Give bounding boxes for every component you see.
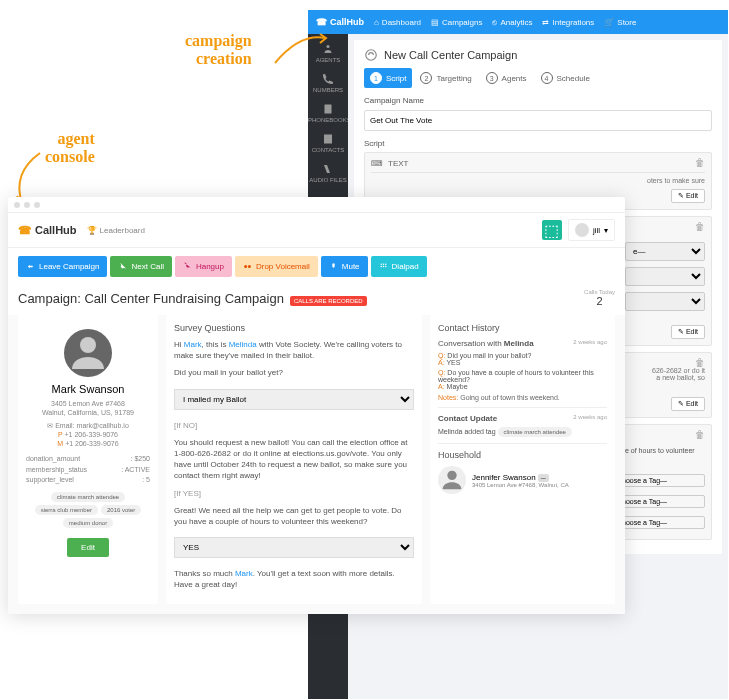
svg-point-11 (382, 266, 384, 268)
svg-point-7 (380, 264, 382, 266)
svg-point-8 (382, 264, 384, 266)
edit-button[interactable]: ✎ Edit (671, 189, 705, 203)
if-yes-text: Great! We need all the help we can get t… (174, 505, 414, 527)
tag-select[interactable] (625, 267, 705, 286)
history-title: Contact History (438, 323, 607, 333)
window-titlebar (8, 197, 625, 213)
edit-button[interactable]: ✎ Edit (671, 325, 705, 339)
conversation-header: Conversation with Melinda2 weeks ago (438, 339, 607, 348)
household-address: 3405 Lemon Ave #7468, Walnut, CA (472, 482, 569, 488)
sidebar-contacts[interactable]: CONTACTS (308, 128, 348, 158)
step-script[interactable]: 1Script (364, 68, 412, 88)
tag: 2016 voter (101, 505, 141, 515)
annotation-campaign: campaign creation (185, 32, 252, 67)
survey-title: Survey Questions (174, 323, 414, 333)
step-agents[interactable]: 3Agents (480, 68, 533, 88)
svg-point-3 (366, 50, 377, 61)
sidebar-numbers[interactable]: NUMBERS (308, 68, 348, 98)
svg-point-5 (248, 265, 251, 268)
script-label: Script (364, 139, 712, 148)
leaderboard-link[interactable]: 🏆 Leaderboard (87, 226, 145, 235)
arrow-icon (270, 28, 330, 68)
if-yes-label: [If YES] (174, 488, 414, 499)
contact-update-header: Contact Update2 weeks ago (438, 414, 607, 423)
text-icon: ⌨ (371, 159, 383, 168)
sidebar-phonebooks[interactable]: PHONEBOOKS (308, 98, 348, 128)
contact-phone-p: P +1 206-339-9076 (26, 430, 150, 439)
svg-point-4 (244, 265, 247, 268)
trash-icon[interactable]: 🗑 (695, 429, 705, 440)
nav-dashboard[interactable]: ⌂ Dashboard (374, 18, 421, 27)
topbar: ☎ CallHub 🏆 Leaderboard ⬚ jill ▾ (8, 213, 625, 248)
edit-button[interactable]: ✎ Edit (671, 397, 705, 411)
hist-qa: Q: Did you mail in your ballot?A: YES (438, 352, 607, 366)
hangup-button[interactable]: Hangup (175, 256, 232, 277)
contact-avatar (64, 329, 112, 377)
survey-thanks: Thanks so much Mark. You'll get a text s… (174, 568, 414, 590)
household-member[interactable]: Jennifer Swanson — 3405 Lemon Ave #7468,… (438, 466, 607, 494)
nav-campaigns[interactable]: ▤ Campaigns (431, 18, 482, 27)
nav-store[interactable]: 🛒 Store (604, 18, 636, 27)
survey-answer-1[interactable]: I mailed my Ballot (174, 389, 414, 410)
tag: sierra club member (35, 505, 98, 515)
contact-name: Mark Swanson (26, 383, 150, 395)
recording-badge: CALLS ARE RECORDED (290, 296, 367, 306)
history-panel: Contact History Conversation with Melind… (430, 315, 615, 604)
tag-select[interactable]: e— (625, 242, 705, 261)
survey-q1: Did you mail in your ballot yet? (174, 367, 414, 378)
svg-rect-6 (332, 263, 334, 268)
drop-voicemail-button[interactable]: Drop Voicemail (235, 256, 318, 277)
brand-logo: ☎ CallHub (316, 17, 364, 27)
survey-panel: Survey Questions Hi Mark, this is Melind… (166, 315, 422, 604)
dialpad-button[interactable]: Dialpad (371, 256, 427, 277)
trash-icon[interactable]: 🗑 (695, 157, 705, 168)
tag-select[interactable] (625, 292, 705, 311)
household-avatar (438, 466, 466, 494)
avatar (575, 223, 589, 237)
step-schedule[interactable]: 4Schedule (535, 68, 596, 88)
tag-added-line: Melinda added tag climate march attendee (438, 427, 607, 437)
brand-logo: ☎ CallHub (18, 224, 77, 237)
svg-rect-2 (324, 135, 332, 144)
annotation-agent: agent console (45, 130, 95, 165)
household-title: Household (438, 450, 607, 460)
mute-button[interactable]: Mute (321, 256, 368, 277)
user-menu[interactable]: jill ▾ (568, 219, 615, 241)
call-toolbar: Leave Campaign Next Call Hangup Drop Voi… (8, 248, 625, 285)
campaign-name-label: Campaign Name (364, 96, 712, 105)
panel-title: New Call Center Campaign (364, 48, 712, 68)
edit-contact-button[interactable]: Edit (67, 538, 109, 557)
next-call-button[interactable]: Next Call (110, 256, 171, 277)
nav-analytics[interactable]: ⎋ Analytics (492, 18, 532, 27)
tag: medium donor (63, 518, 113, 528)
campaign-name-input[interactable] (364, 110, 712, 131)
if-no-label: [If NO] (174, 420, 414, 431)
campaign-title: Campaign: Call Center Fundraising Campai… (18, 291, 367, 306)
step-targetting[interactable]: 2Targetting (414, 68, 477, 88)
trash-icon[interactable]: 🗑 (695, 357, 705, 368)
hist-qa: Q: Do you have a couple of hours to volu… (438, 369, 607, 390)
survey-answer-2[interactable]: YES (174, 537, 414, 558)
calls-today-counter: Calls Today2 (584, 289, 615, 307)
sidebar-audio[interactable]: AUDIO FILES (308, 158, 348, 188)
wizard-steps: 1Script 2Targetting 3Agents 4Schedule (364, 68, 712, 88)
svg-point-9 (385, 264, 387, 266)
contact-email: ✉ Email: mark@callhub.io (26, 421, 150, 430)
svg-point-10 (380, 266, 382, 268)
contact-phone-m: M +1 206-339-9076 (26, 439, 150, 448)
contact-tags: climate march attendee sierra club membe… (26, 492, 150, 528)
contact-profile: Mark Swanson 3405 Lemon Ave #7468Walnut,… (18, 315, 158, 604)
nav-integrations[interactable]: ⇄ Integrations (542, 18, 594, 27)
trash-icon[interactable]: 🗑 (695, 221, 705, 232)
hist-notes: Notes: Going out of town this weekend. (438, 394, 607, 401)
svg-point-12 (385, 266, 387, 268)
contact-meta: donation_amount: $250 membership_status:… (26, 454, 150, 486)
tag: climate march attendee (51, 492, 125, 502)
household-name: Jennifer Swanson — (472, 473, 569, 482)
svg-rect-1 (325, 105, 332, 114)
if-no-text: You should request a new ballot! You can… (174, 437, 414, 482)
contact-address: 3405 Lemon Ave #7468Walnut, California, … (26, 399, 150, 417)
back-header: ☎ CallHub ⌂ Dashboard ▤ Campaigns ⎋ Anal… (308, 10, 728, 34)
leave-campaign-button[interactable]: Leave Campaign (18, 256, 107, 277)
header-action-button[interactable]: ⬚ (542, 220, 562, 240)
